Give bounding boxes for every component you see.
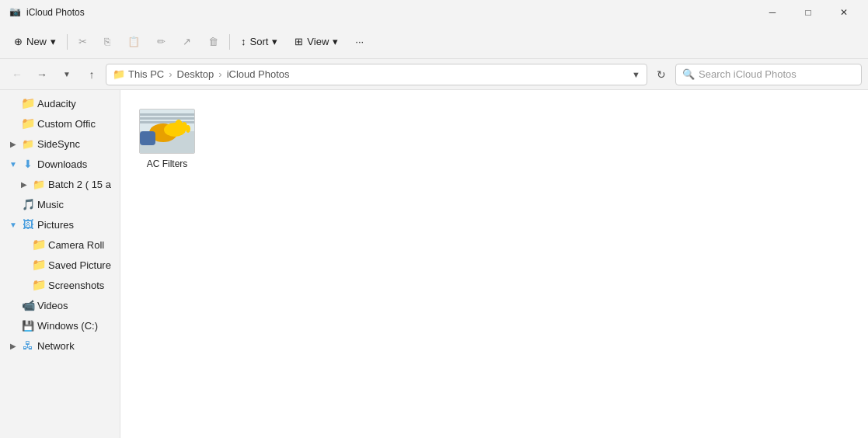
sidebar-label-pictures: Pictures <box>37 219 112 231</box>
expand-placeholder <box>8 98 19 109</box>
file-name-ac-filters: AC Filters <box>147 158 188 169</box>
folder-icon-custom-office: 📁 <box>22 117 34 130</box>
main: 📁 Audacity 📁 Custom Offic ▶ 📁 SideSync ▼… <box>0 90 868 438</box>
title-bar: 📷 iCloud Photos ─ □ ✕ <box>0 0 868 25</box>
new-label: New <box>26 36 47 47</box>
sidebar-item-downloads[interactable]: ▼ ⬇ Downloads <box>2 154 118 174</box>
view-button[interactable]: ⊞ View ▾ <box>287 30 346 54</box>
more-button[interactable]: ··· <box>347 30 371 54</box>
expand-placeholder-2 <box>8 118 19 129</box>
recent-button[interactable]: ▼ <box>56 64 78 85</box>
sidebar-item-saved-pictures[interactable]: 📁 Saved Picture <box>2 255 118 275</box>
sidebar-label-custom-office: Custom Offic <box>37 118 112 130</box>
sidesync-icon: 📁 <box>22 137 34 150</box>
sidebar-item-custom-office[interactable]: 📁 Custom Offic <box>2 113 118 134</box>
sidebar-item-windows-c[interactable]: 💾 Windows (C:) <box>2 315 118 335</box>
expand-pictures[interactable]: ▼ <box>8 219 19 230</box>
view-label: View <box>307 36 329 47</box>
expand-placeholder-music <box>8 199 19 210</box>
cut-button[interactable]: ✂ <box>71 30 95 54</box>
batch2-icon: 📁 <box>33 178 45 190</box>
address-bar-row: ← → ▼ ↑ 📁 This PC › Desktop › iCloud Pho… <box>0 59 868 90</box>
refresh-button[interactable]: ↻ <box>650 64 672 85</box>
sidebar-label-camera-roll: Camera Roll <box>48 239 112 251</box>
sidebar-label-music: Music <box>37 199 112 210</box>
toolbar-sep-1 <box>67 34 68 50</box>
sidebar-label-saved-pictures: Saved Picture <box>48 259 112 271</box>
sep-2: › <box>218 68 221 80</box>
folder-icon-camera-roll: 📁 <box>33 238 45 251</box>
new-chevron: ▾ <box>51 36 56 47</box>
delete-button[interactable]: 🗑 <box>200 30 226 54</box>
breadcrumb-desktop: Desktop <box>177 68 214 80</box>
minimize-button[interactable]: ─ <box>755 0 790 25</box>
copy-icon: ⎘ <box>104 36 110 47</box>
sort-label: Sort <box>250 36 269 47</box>
sort-icon: ↕ <box>241 36 246 47</box>
expand-batch2[interactable]: ▶ <box>19 179 30 189</box>
copy-button[interactable]: ⎘ <box>96 30 118 54</box>
svg-rect-7 <box>140 131 155 145</box>
expand-sidesync[interactable]: ▶ <box>8 138 19 149</box>
app-icon: 📷 <box>9 6 22 19</box>
sort-button[interactable]: ↕ Sort ▾ <box>233 30 285 54</box>
share-icon: ↗ <box>183 36 191 47</box>
close-button[interactable]: ✕ <box>826 0 862 25</box>
forward-button[interactable]: → <box>31 64 53 85</box>
address-bar[interactable]: 📁 This PC › Desktop › iCloud Photos ▼ <box>106 64 647 85</box>
sidebar-item-pictures[interactable]: ▼ 🖼 Pictures <box>2 214 118 235</box>
search-placeholder: Search iCloud Photos <box>699 68 797 80</box>
new-icon: ⊕ <box>14 36 23 47</box>
maximize-button[interactable]: □ <box>790 0 826 25</box>
new-button[interactable]: ⊕ New ▾ <box>6 30 64 54</box>
sidebar: 📁 Audacity 📁 Custom Offic ▶ 📁 SideSync ▼… <box>0 90 120 438</box>
file-item-ac-filters[interactable]: AC Filters <box>136 106 198 172</box>
sidebar-label-downloads: Downloads <box>37 158 112 170</box>
svg-rect-3 <box>140 117 194 120</box>
rename-button[interactable]: ✏ <box>149 30 173 54</box>
folder-icon-audacity: 📁 <box>22 97 34 110</box>
breadcrumb-icloudphotos: iCloud Photos <box>227 68 290 80</box>
breadcrumb-thispc: This PC <box>128 68 164 80</box>
expand-placeholder-v <box>8 300 19 311</box>
downloads-icon: ⬇ <box>22 158 34 170</box>
up-button[interactable]: ↑ <box>81 64 103 85</box>
title-bar-controls: ─ □ ✕ <box>755 0 862 25</box>
content-area: AC Filters <box>120 90 868 438</box>
search-icon: 🔍 <box>682 68 695 80</box>
sidebar-item-sidesync[interactable]: ▶ 📁 SideSync <box>2 134 118 154</box>
title-bar-left: 📷 iCloud Photos <box>9 6 85 19</box>
folder-icon-saved-pictures: 📁 <box>33 259 45 271</box>
share-button[interactable]: ↗ <box>175 30 199 54</box>
folder-icon-screenshots: 📁 <box>33 279 45 291</box>
sidebar-item-videos[interactable]: 📹 Videos <box>2 295 118 315</box>
expand-placeholder-sc <box>19 280 30 290</box>
search-bar[interactable]: 🔍 Search iCloud Photos <box>675 64 862 85</box>
expand-network[interactable]: ▶ <box>8 340 19 351</box>
toolbar-sep-2 <box>229 34 230 50</box>
expand-downloads[interactable]: ▼ <box>8 158 19 169</box>
sidebar-item-camera-roll[interactable]: 📁 Camera Roll <box>2 235 118 255</box>
cut-icon: ✂ <box>78 36 87 47</box>
sidebar-label-batch2: Batch 2 ( 15 a <box>48 179 112 190</box>
sidebar-label-videos: Videos <box>37 300 112 311</box>
rename-icon: ✏ <box>157 36 166 47</box>
more-icon: ··· <box>355 36 364 47</box>
breadcrumb-folder-icon: 📁 <box>113 68 125 80</box>
sidebar-item-batch2[interactable]: ▶ 📁 Batch 2 ( 15 a <box>2 174 118 194</box>
sidebar-label-windows-c: Windows (C:) <box>37 320 112 332</box>
sidebar-item-music[interactable]: 🎵 Music <box>2 194 118 214</box>
network-icon: 🖧 <box>22 339 34 352</box>
delete-icon: 🗑 <box>208 36 218 47</box>
sidebar-label-network: Network <box>37 340 112 352</box>
sidebar-item-network[interactable]: ▶ 🖧 Network <box>2 335 118 356</box>
pictures-icon: 🖼 <box>22 218 34 231</box>
back-button[interactable]: ← <box>6 64 28 85</box>
paste-button[interactable]: 📋 <box>120 30 148 54</box>
sidebar-item-screenshots[interactable]: 📁 Screenshots <box>2 275 118 295</box>
file-thumbnail-ac-filters <box>139 109 195 154</box>
sidebar-item-audacity[interactable]: 📁 Audacity <box>2 93 118 113</box>
sidebar-label-screenshots: Screenshots <box>48 280 112 291</box>
expand-placeholder-wc <box>8 320 19 331</box>
toolbar: ⊕ New ▾ ✂ ⎘ 📋 ✏ ↗ 🗑 ↕ Sort ▾ ⊞ View ▾ ··… <box>0 25 868 59</box>
